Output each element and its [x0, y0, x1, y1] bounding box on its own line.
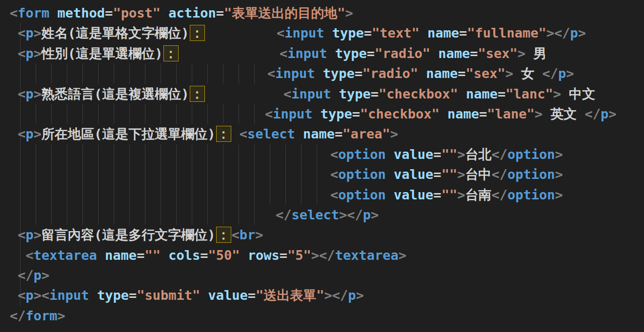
code-token-a: name [447, 106, 479, 121]
code-token-s: "" [442, 147, 458, 162]
code-token-p: </ [347, 207, 363, 222]
code-token-a: cols [168, 248, 200, 263]
code-token-a: type [323, 66, 355, 81]
code-token-tag: p [34, 268, 41, 283]
code-token-t [295, 126, 303, 141]
code-token-a: type [321, 106, 352, 121]
code-token-tag: input [284, 25, 324, 40]
unicode-highlight-box: ： [190, 86, 205, 102]
code-token-tag: input [291, 86, 331, 101]
code-token-tag: select [292, 207, 340, 222]
code-line: </form> [10, 306, 644, 326]
code-token-tag: input [273, 106, 312, 121]
code-token-s: "submit" [137, 288, 200, 303]
code-token-p: > [324, 288, 332, 303]
code-token-p: > [34, 288, 41, 303]
code-token-p: > [339, 207, 347, 222]
code-token-t: 性別(這是單選欄位) [41, 46, 163, 61]
code-token-p: < [330, 147, 338, 162]
code-token-s: "checkbox" [360, 106, 440, 121]
code-token-a: name [438, 46, 470, 61]
code-token-t [200, 288, 208, 303]
code-token-s: "5" [287, 248, 311, 263]
code-token-tag: option [507, 147, 555, 162]
code-token-p: > [371, 207, 379, 222]
code-token-t [240, 248, 248, 263]
code-token-p: </ [491, 167, 507, 182]
code-token-t: 女 [513, 66, 543, 81]
code-token-tag: p [601, 106, 608, 121]
code-token-t [324, 25, 332, 40]
code-token-tag: option [338, 167, 386, 182]
code-token-p: </ [319, 248, 335, 263]
code-token-p: > [518, 46, 525, 61]
code-token-tag: input [275, 66, 315, 81]
code-line: <input type="radio" name="sex"> 女 </p> [10, 63, 644, 83]
code-token-t: 男 [525, 46, 546, 61]
code-token-a: type [335, 46, 367, 61]
code-token-eq: = [200, 248, 208, 263]
code-token-t [161, 5, 168, 20]
code-token-a: value [394, 167, 433, 182]
code-line: <p>留言內容(這是多行文字欄位)：<br> [10, 225, 644, 245]
code-line: <option value="">台南</option> [10, 185, 644, 205]
code-token-t: 台北 [465, 147, 491, 162]
code-token-p: > [505, 66, 513, 81]
code-token-s: "text" [372, 25, 420, 40]
code-line: <p><input type="submit" value="送出表單"></p… [10, 285, 644, 305]
code-token-t: 熟悉語言(這是複選欄位) [41, 86, 189, 101]
code-token-t [440, 106, 447, 121]
code-editor[interactable]: <form method="post" action="表單送出的目的地"> <… [0, 0, 644, 332]
code-token-tag: p [26, 86, 34, 101]
code-token-eq: = [367, 46, 375, 61]
code-token-a: type [339, 86, 371, 101]
code-token-t [49, 5, 57, 20]
code-token-tag: p [26, 227, 34, 242]
code-token-t: 姓名(這是單格文字欄位) [41, 25, 189, 40]
code-line-continuation: <input type="radio" name="sex"> 女 </p> [267, 63, 574, 83]
code-line-continuation: <input type="radio" name="sex"> 男 [280, 43, 546, 63]
code-line: </p> [10, 265, 644, 285]
code-token-t: 中文 [561, 86, 595, 101]
code-token-p: > [390, 126, 398, 141]
code-token-s: "area" [342, 126, 390, 141]
code-token-tag: select [247, 126, 295, 141]
code-token-t [97, 248, 105, 263]
code-token-tag: input [287, 46, 327, 61]
code-token-t: 留言內容(這是多行文字欄位) [41, 227, 216, 242]
code-line: <textarea name="" cols="50" rows="5"></t… [10, 245, 644, 265]
code-token-tag: p [26, 25, 34, 40]
code-line: <p>熟悉語言(這是複選欄位)：<input type="checkbox" n… [10, 84, 644, 104]
code-token-s: "lane" [487, 106, 535, 121]
code-token-s: "radio" [362, 66, 418, 81]
code-line-continuation: <option value="">台北</option> [330, 144, 563, 164]
code-token-p: > [457, 147, 465, 162]
code-token-tag: textarea [34, 248, 97, 263]
code-token-a: name [426, 66, 458, 81]
code-token-eq: = [129, 288, 137, 303]
code-token-p: < [18, 86, 25, 101]
code-token-s: "checkbox" [379, 86, 458, 101]
unicode-highlight-box: ： [190, 25, 205, 41]
code-line-continuation: </select></p> [276, 205, 379, 225]
code-token-p: > [457, 167, 465, 182]
code-token-t [10, 227, 18, 242]
code-token-p: < [18, 227, 25, 242]
code-token-t [10, 248, 26, 263]
code-token-eq: = [433, 187, 441, 202]
code-token-a: action [168, 5, 216, 20]
code-token-tag: p [348, 288, 356, 303]
code-token-a: value [394, 187, 433, 202]
code-token-p: > [34, 86, 41, 101]
code-token-t [315, 66, 323, 81]
code-token-s: "" [442, 187, 458, 202]
code-token-p: </ [554, 25, 570, 40]
code-token-t [331, 86, 339, 101]
code-token-p: > [566, 66, 574, 81]
code-token-p: > [34, 46, 41, 61]
code-token-eq: = [459, 25, 467, 40]
code-token-eq: = [280, 248, 287, 263]
code-token-a: type [97, 288, 129, 303]
unicode-highlight-box: ： [216, 126, 231, 142]
code-token-p: > [457, 187, 465, 202]
